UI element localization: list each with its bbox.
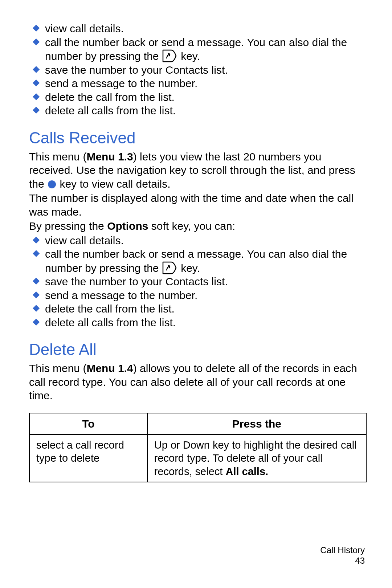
menu-ref: Menu 1.4 bbox=[86, 362, 133, 374]
table-header-press: Press the bbox=[147, 413, 366, 435]
calls-received-para1: This menu (Menu 1.3) lets you view the l… bbox=[29, 150, 367, 191]
menu-ref: Menu 1.3 bbox=[86, 151, 133, 163]
page-footer: Call History 43 bbox=[320, 545, 365, 566]
footer-page: 43 bbox=[320, 556, 365, 566]
text: key to view call details. bbox=[57, 178, 170, 190]
list-item: delete all calls from the list. bbox=[33, 316, 367, 330]
manual-page: view call details.call the number back o… bbox=[0, 0, 392, 588]
table-row: select a call record type to delete Up o… bbox=[29, 434, 366, 482]
options-softkey: Options bbox=[107, 220, 148, 232]
heading-delete-all: Delete All bbox=[29, 339, 367, 359]
text: soft key, you can: bbox=[148, 220, 235, 232]
footer-section: Call History bbox=[320, 545, 365, 556]
list-item: delete the call from the list. bbox=[33, 90, 367, 104]
delete-all-para: This menu (Menu 1.4) allows you to delet… bbox=[29, 362, 367, 403]
svg-point-0 bbox=[48, 180, 56, 188]
send-key-icon bbox=[162, 49, 178, 63]
calls-received-para3: By pressing the Options soft key, you ca… bbox=[29, 219, 367, 233]
options-list-calls-received: view call details.call the number back o… bbox=[29, 234, 367, 330]
table-cell-press: Up or Down key to highlight the desired … bbox=[147, 434, 366, 482]
text: This menu ( bbox=[29, 362, 86, 374]
options-list-top: view call details.call the number back o… bbox=[29, 22, 367, 118]
list-item: call the number back or send a message. … bbox=[33, 36, 367, 63]
list-item: delete the call from the list. bbox=[33, 302, 367, 316]
list-item: view call details. bbox=[33, 22, 367, 36]
text: This menu ( bbox=[29, 151, 86, 163]
ok-key-icon bbox=[47, 180, 57, 189]
table-header-to: To bbox=[29, 413, 147, 435]
list-item: call the number back or send a message. … bbox=[33, 247, 367, 275]
list-item: send a message to the number. bbox=[33, 289, 367, 302]
calls-received-para2: The number is displayed along with the t… bbox=[29, 191, 367, 219]
list-item: send a message to the number. bbox=[33, 77, 367, 90]
delete-all-table: To Press the select a call record type t… bbox=[29, 413, 367, 482]
text: By pressing the bbox=[29, 220, 107, 232]
send-key-icon bbox=[162, 261, 178, 275]
table-cell-to: select a call record type to delete bbox=[29, 434, 147, 482]
list-item: view call details. bbox=[33, 234, 367, 248]
list-item: save the number to your Contacts list. bbox=[33, 63, 367, 77]
all-calls-bold: All calls. bbox=[225, 466, 268, 477]
list-item: save the number to your Contacts list. bbox=[33, 275, 367, 289]
list-item: delete all calls from the list. bbox=[33, 104, 367, 118]
heading-calls-received: Calls Received bbox=[29, 128, 367, 148]
